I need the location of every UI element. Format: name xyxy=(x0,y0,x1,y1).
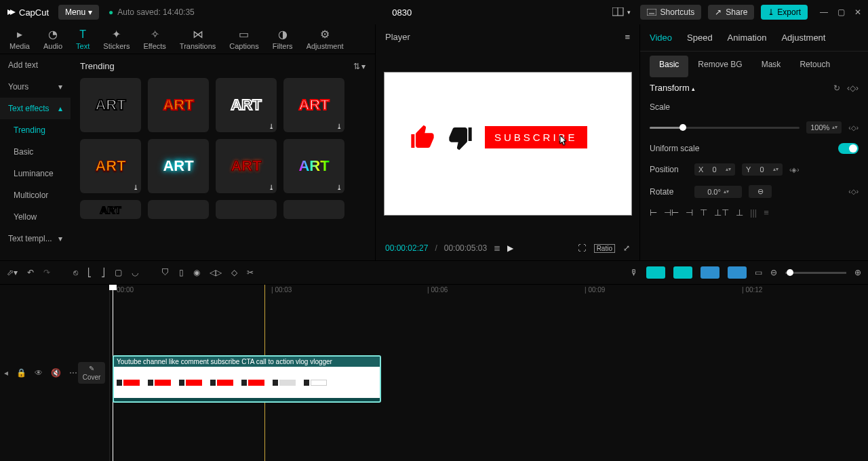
stepper-icon[interactable]: ▴▾ xyxy=(832,125,837,129)
zoom-thumb[interactable] xyxy=(787,269,793,276)
position-y-input[interactable]: Y 0 ▴▾ xyxy=(742,163,783,176)
effect-tile[interactable]: ART⤓ xyxy=(216,139,277,193)
zoom-in-icon[interactable]: ⊕ xyxy=(854,268,861,277)
tab-captions[interactable]: ▭Captions xyxy=(222,26,265,52)
stepper-icon[interactable]: ▴▾ xyxy=(724,190,729,194)
tab-text[interactable]: TText xyxy=(69,27,96,52)
compare-icon[interactable]: ≣ xyxy=(494,243,500,253)
preview-toggle-icon[interactable]: ▭ xyxy=(755,268,762,277)
layout-button[interactable]: ▾ xyxy=(610,5,633,20)
tab-speed[interactable]: Speed xyxy=(687,33,713,43)
effect-tile[interactable]: ART⤓ xyxy=(283,139,344,193)
close-button[interactable]: ✕ xyxy=(854,7,861,17)
share-button[interactable]: ↗ Share xyxy=(708,5,754,20)
effect-tile[interactable]: ART xyxy=(80,78,141,132)
mirror-icon[interactable]: ◁▷ xyxy=(210,268,222,277)
sidebar-text-templates[interactable]: Text templ...▾ xyxy=(0,228,71,249)
maximize-button[interactable]: ▢ xyxy=(837,7,845,17)
rotate-dial[interactable]: ⊖ xyxy=(749,185,772,198)
effect-tile[interactable]: ART⤓ xyxy=(80,139,141,193)
effect-tile[interactable]: ART xyxy=(148,139,209,193)
align-center-v-icon[interactable]: ⊥⊤ xyxy=(714,207,729,218)
visibility-icon[interactable]: 👁 xyxy=(35,368,43,378)
split-icon[interactable]: ⎋ xyxy=(73,268,78,277)
ratio-button[interactable]: Ratio xyxy=(594,244,615,253)
magnet-track-button[interactable] xyxy=(673,266,692,279)
magnet-main-button[interactable] xyxy=(646,266,665,279)
sidebar-basic[interactable]: Basic xyxy=(0,141,71,163)
sidebar-add-text[interactable]: Add text xyxy=(0,54,71,76)
sidebar-yours[interactable]: Yours▾ xyxy=(0,76,71,98)
keyframe-icon[interactable]: ‹◇› xyxy=(847,83,859,93)
video-clip[interactable]: Youtube channel like comment subscribe C… xyxy=(113,355,381,403)
snap-button[interactable] xyxy=(701,266,719,279)
lock-icon[interactable]: 🔒 xyxy=(16,368,26,378)
keyframe-nav[interactable]: ‹◇› xyxy=(848,188,859,195)
shield-icon[interactable]: ⛉ xyxy=(161,268,170,277)
effect-tile[interactable] xyxy=(216,200,277,219)
sidebar-text-effects[interactable]: Text effects▴ xyxy=(0,98,71,119)
marker-icon[interactable]: ◡ xyxy=(132,268,138,277)
subtab-basic[interactable]: Basic xyxy=(650,56,688,77)
effect-tile[interactable]: ART xyxy=(80,200,141,219)
zoom-slider[interactable] xyxy=(785,272,846,274)
tab-transitions[interactable]: ⋈Transitions xyxy=(173,26,222,52)
keyframe-nav[interactable]: ‹◈› xyxy=(789,166,800,174)
sidebar-multicolor[interactable]: Multicolor xyxy=(0,184,71,206)
align-center-h-icon[interactable]: ⊣⊢ xyxy=(664,207,679,218)
align-right-icon[interactable]: ⊣ xyxy=(686,207,693,218)
subtab-remove-bg[interactable]: Remove BG xyxy=(688,56,751,77)
effect-tile[interactable]: ART⤓ xyxy=(283,78,344,132)
fullscreen-icon[interactable]: ⤢ xyxy=(623,243,630,253)
effect-tile[interactable]: ART xyxy=(148,78,209,132)
tab-effects[interactable]: ✧Effects xyxy=(136,26,172,52)
preview-viewport[interactable]: SUBSCRIBE xyxy=(384,73,631,215)
more-icon[interactable]: ⋯ xyxy=(69,368,77,378)
undo-button[interactable]: ↶ xyxy=(27,268,34,277)
tab-animation[interactable]: Animation xyxy=(728,33,767,43)
menu-button[interactable]: Menu ▾ xyxy=(58,5,99,20)
export-button[interactable]: ⤓ Export xyxy=(761,5,808,20)
slider-thumb[interactable] xyxy=(679,124,686,131)
play-in-icon[interactable]: ◉ xyxy=(193,268,200,277)
scan-icon[interactable]: ⛶ xyxy=(578,243,586,253)
trim-left-icon[interactable]: ⎣ xyxy=(87,268,92,277)
shortcuts-button[interactable]: Shortcuts xyxy=(640,5,702,20)
align-left-icon[interactable]: ⊢ xyxy=(650,207,657,218)
align-bottom-icon[interactable]: ⊥ xyxy=(736,207,743,218)
tab-audio[interactable]: ◔Audio xyxy=(37,26,69,52)
effect-tile[interactable] xyxy=(148,200,209,219)
cover-button[interactable]: ✎ Cover xyxy=(78,362,105,384)
zoom-out-icon[interactable]: ⊖ xyxy=(770,268,777,277)
tab-video[interactable]: Video xyxy=(650,33,672,43)
align-top-icon[interactable]: ⊤ xyxy=(700,207,707,218)
uniform-scale-toggle[interactable] xyxy=(838,143,859,154)
position-x-input[interactable]: X 0 ▴▾ xyxy=(694,163,735,176)
sidebar-luminance[interactable]: Luminance xyxy=(0,163,71,184)
delete-icon[interactable]: ▢ xyxy=(115,268,122,277)
effect-tile[interactable]: ART⤓ xyxy=(216,78,277,132)
rotate-input[interactable]: 0.0° ▴▾ xyxy=(694,186,742,198)
minimize-button[interactable]: — xyxy=(820,7,828,17)
keyframe-nav[interactable]: ‹◇› xyxy=(848,124,859,132)
rotate-icon[interactable]: ◇ xyxy=(231,268,237,277)
timeline-body[interactable]: 00:00 | 00:03 | 00:06 | 00:09 | 00:12 Yo… xyxy=(110,285,868,461)
frame-icon[interactable]: ▯ xyxy=(179,268,184,277)
trim-right-icon[interactable]: ⎦ xyxy=(101,268,105,277)
subtab-retouch[interactable]: Retouch xyxy=(790,56,840,77)
stepper-icon[interactable]: ▴▾ xyxy=(726,167,731,172)
tab-adjustment[interactable]: ⚙Adjustment xyxy=(300,26,351,52)
player-menu-icon[interactable]: ≡ xyxy=(625,32,630,42)
effect-tile[interactable] xyxy=(283,200,344,219)
collapse-icon[interactable]: ◂ xyxy=(4,368,8,378)
tab-media[interactable]: ▸Media xyxy=(3,26,37,52)
sidebar-trending[interactable]: Trending xyxy=(0,119,71,141)
redo-button[interactable]: ↷ xyxy=(43,268,50,277)
tab-filters[interactable]: ◑Filters xyxy=(266,26,300,52)
reset-icon[interactable]: ↻ xyxy=(833,83,840,93)
scale-value-input[interactable]: 100% ▴▾ xyxy=(806,121,842,134)
scale-slider[interactable] xyxy=(650,127,800,129)
transform-section-header[interactable]: Transform ▴ ↻ ‹◇› xyxy=(650,83,859,93)
link-button[interactable] xyxy=(728,266,747,279)
mute-icon[interactable]: 🔇 xyxy=(51,368,61,378)
